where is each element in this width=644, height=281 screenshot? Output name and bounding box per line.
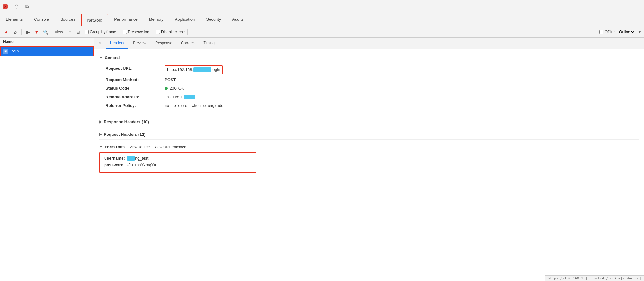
- inspect-icon[interactable]: ⬡: [12, 2, 21, 11]
- general-title: General: [105, 55, 120, 60]
- form-data-title: Form Data: [105, 145, 125, 149]
- view-source-link[interactable]: view source: [130, 145, 150, 149]
- separator-3: [119, 29, 119, 35]
- separator-1: [21, 29, 22, 35]
- request-method-value: POST: [165, 77, 176, 83]
- disable-cache-group: Disable cache: [156, 30, 185, 34]
- record-button[interactable]: ●: [3, 28, 10, 36]
- password-key: password:: [104, 163, 125, 167]
- response-headers-title: Response Headers (10): [104, 119, 149, 124]
- form-data-triangle[interactable]: ▼: [99, 145, 103, 149]
- remote-address-value: 192.168.1.: [165, 94, 195, 100]
- status-code-value: 200 OK: [165, 85, 184, 91]
- group-by-frame-label[interactable]: Group by frame: [90, 30, 116, 34]
- general-section: ▼ General Request URL: http://192.168. l…: [99, 53, 639, 114]
- close-button[interactable]: [3, 4, 8, 9]
- request-method-label: Request Method:: [106, 77, 162, 83]
- tab-response[interactable]: Response: [151, 38, 177, 49]
- tab-headers[interactable]: Headers: [106, 38, 128, 49]
- general-section-body: Request URL: http://192.168. login Reque…: [99, 62, 639, 114]
- tab-sources[interactable]: Sources: [55, 13, 81, 26]
- separator-4: [152, 29, 152, 35]
- network-item-icon: ▣: [3, 49, 8, 54]
- tabs-row: Elements Console Sources Network Perform…: [0, 13, 644, 26]
- form-data-header: ▼ Form Data view source view URL encoded: [99, 142, 639, 151]
- request-method-row: Request Method: POST: [106, 77, 639, 83]
- filter-button[interactable]: ▼: [33, 28, 41, 36]
- remote-address-label: Remote Address:: [106, 94, 162, 100]
- response-headers-triangle: ▶: [99, 120, 102, 124]
- form-data-username-row: username: ng_test: [104, 156, 251, 161]
- dropdown-arrow: ▼: [638, 30, 641, 34]
- request-headers-section: ▶ Request Headers (12): [99, 129, 639, 140]
- offline-group: Offline: [599, 30, 615, 34]
- tab-memory[interactable]: Memory: [143, 13, 169, 26]
- status-code-label: Status Code:: [106, 85, 162, 91]
- throttle-dropdown-group: Offline Online ▼: [598, 30, 641, 35]
- general-section-header[interactable]: ▼ General: [99, 53, 639, 62]
- referrer-policy-row: Referrer Policy: no-referrer-when-downgr…: [106, 102, 639, 109]
- username-blurred: [127, 156, 135, 161]
- view-label: View:: [55, 30, 64, 34]
- tab-application[interactable]: Application: [169, 13, 201, 26]
- group-by-frame-checkbox[interactable]: [85, 30, 89, 34]
- tab-network[interactable]: Network: [81, 14, 109, 26]
- request-url-value: http://192.168. login: [165, 65, 223, 74]
- bottom-url-bar: https://192.168.1.[redacted]/login?[reda…: [545, 275, 644, 281]
- offline-label[interactable]: Offline: [605, 30, 615, 34]
- details-panel: × Headers Preview Response Cookies Timin…: [94, 38, 644, 281]
- top-icons: ⬡ ⧉: [12, 2, 31, 11]
- request-url-row: Request URL: http://192.168. login: [106, 65, 639, 74]
- tab-cookies[interactable]: Cookies: [177, 38, 199, 49]
- request-headers-header[interactable]: ▶ Request Headers (12): [99, 129, 639, 140]
- general-triangle: ▼: [99, 56, 103, 60]
- camera-button[interactable]: ▶: [24, 28, 32, 36]
- tab-security[interactable]: Security: [200, 13, 226, 26]
- network-item-login[interactable]: ▣ login: [0, 46, 94, 56]
- main-area: Name ▣ login × Headers Preview Response …: [0, 38, 644, 281]
- device-icon[interactable]: ⧉: [23, 2, 31, 11]
- form-data-section: ▼ Form Data view source view URL encoded…: [99, 142, 639, 173]
- network-list-header: Name: [0, 38, 94, 46]
- preserve-log-checkbox[interactable]: [123, 30, 127, 34]
- separator-5: [187, 29, 188, 35]
- username-value: ng_test: [127, 156, 149, 161]
- details-content: ▼ General Request URL: http://192.168. l…: [94, 49, 644, 281]
- username-key: username:: [104, 156, 125, 161]
- password-value: kJu1mhYzmgY=: [127, 163, 156, 167]
- status-dot: [165, 87, 168, 90]
- form-data-box: username: ng_test password: kJu1mhYzmgY=: [99, 152, 256, 173]
- details-close-button[interactable]: ×: [97, 40, 103, 47]
- bottom-url-text: https://192.168.1.[redacted]/login?[reda…: [548, 276, 641, 280]
- throttle-select[interactable]: Online: [618, 30, 635, 35]
- referrer-policy-value: no-referrer-when-downgrade: [165, 102, 223, 109]
- view-url-encoded-link[interactable]: view URL encoded: [155, 145, 186, 149]
- referrer-policy-label: Referrer Policy:: [106, 102, 162, 109]
- tab-elements[interactable]: Elements: [0, 13, 28, 26]
- response-headers-section: ▶ Response Headers (10): [99, 117, 639, 127]
- grouped-view-btn[interactable]: ⊟: [74, 28, 82, 36]
- disable-cache-checkbox[interactable]: [156, 30, 160, 34]
- url-blurred: [193, 67, 211, 72]
- request-headers-triangle: ▶: [99, 132, 102, 136]
- stop-button[interactable]: ⊘: [11, 28, 19, 36]
- tab-timing[interactable]: Timing: [199, 38, 219, 49]
- tab-performance[interactable]: Performance: [108, 13, 143, 26]
- tab-audits[interactable]: Audits: [226, 13, 249, 26]
- tab-console[interactable]: Console: [28, 13, 55, 26]
- form-data-password-row: password: kJu1mhYzmgY=: [104, 163, 251, 167]
- details-tabs: × Headers Preview Response Cookies Timin…: [94, 38, 644, 49]
- list-view-btn[interactable]: ≡: [66, 28, 74, 36]
- request-headers-title: Request Headers (12): [104, 132, 145, 137]
- response-headers-header[interactable]: ▶ Response Headers (10): [99, 117, 639, 127]
- network-list: Name ▣ login: [0, 38, 94, 281]
- status-code-number: 200: [170, 85, 177, 91]
- offline-checkbox[interactable]: [599, 30, 603, 34]
- network-item-name: login: [11, 49, 19, 53]
- remote-address-blurred: [184, 95, 195, 99]
- status-ok-text: OK: [178, 85, 184, 91]
- disable-cache-label[interactable]: Disable cache: [161, 30, 185, 34]
- search-button[interactable]: 🔍: [42, 28, 49, 36]
- preserve-log-label[interactable]: Preserve log: [128, 30, 149, 34]
- tab-preview[interactable]: Preview: [128, 38, 151, 49]
